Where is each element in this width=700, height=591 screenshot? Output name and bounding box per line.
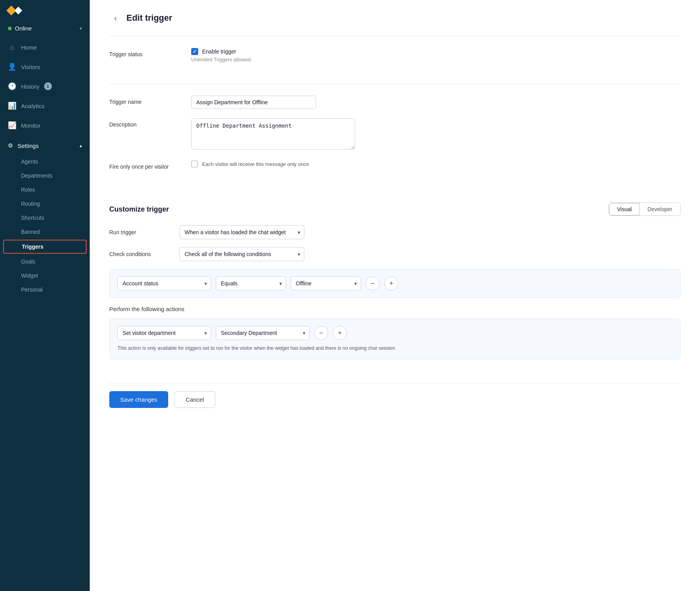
sidebar-item-personal[interactable]: Personal — [0, 283, 90, 297]
remove-action-button[interactable]: − — [314, 326, 328, 340]
sidebar-item-agents[interactable]: Agents — [0, 155, 90, 169]
sidebar-item-visitors[interactable]: 👤 Visitors — [0, 57, 90, 77]
sidebar-item-shortcuts[interactable]: Shortcuts — [0, 211, 90, 225]
sidebar-item-departments[interactable]: Departments — [0, 169, 90, 183]
sidebar-item-goals[interactable]: Goals — [0, 255, 90, 269]
condition-operator-wrapper: Equals — [216, 276, 286, 290]
action-value-select[interactable]: Secondary Department — [216, 326, 309, 340]
check-conditions-label: Check conditions — [109, 251, 172, 257]
action-row-wrapper: Set visitor department Secondary Departm… — [109, 319, 680, 360]
enable-trigger-row: Enable trigger — [191, 48, 680, 55]
enable-trigger-checkbox[interactable] — [191, 48, 198, 55]
check-conditions-row: Check conditions Check all of the follow… — [109, 247, 680, 261]
sidebar-item-widget[interactable]: Widget — [0, 269, 90, 283]
developer-toggle-button[interactable]: Developer — [640, 203, 680, 215]
actions-label: Perform the following actions — [109, 306, 680, 312]
sidebar-item-banned[interactable]: Banned — [0, 225, 90, 239]
fire-once-label: Fire only once per visitor — [109, 160, 179, 170]
visual-toggle-button[interactable]: Visual — [609, 203, 640, 215]
check-conditions-select[interactable]: Check all of the following conditions — [179, 247, 304, 261]
home-icon: ⌂ — [8, 43, 16, 52]
action-type-wrapper: Set visitor department — [117, 326, 211, 340]
customize-trigger-section: Customize trigger Visual Developer Run t… — [109, 191, 680, 371]
trigger-name-row: Trigger name — [109, 96, 680, 109]
add-condition-button[interactable]: + — [384, 276, 398, 290]
trigger-name-control — [191, 96, 680, 109]
customize-title: Customize trigger — [109, 205, 169, 214]
action-type-select[interactable]: Set visitor department — [117, 326, 211, 340]
cancel-button[interactable]: Cancel — [174, 391, 215, 408]
monitor-icon: 📈 — [8, 121, 16, 130]
logo-white-diamond — [14, 7, 22, 14]
trigger-status-section: Trigger status Enable trigger Unlimited … — [109, 36, 680, 84]
condition-field-wrapper: Account status — [117, 276, 211, 290]
analytics-icon: 📊 — [8, 101, 16, 110]
condition-field-select[interactable]: Account status — [117, 276, 211, 290]
sidebar-item-label: History — [21, 83, 39, 90]
fire-once-note: Each visitor will receive this message o… — [202, 161, 309, 167]
sidebar-item-label: Monitor — [21, 122, 41, 129]
condition-value-select[interactable]: Offline — [291, 276, 361, 290]
status-selector[interactable]: Online ▾ — [0, 21, 90, 38]
customize-header: Customize trigger Visual Developer — [109, 203, 680, 216]
run-trigger-select-wrapper: When a visitor has loaded the chat widge… — [179, 225, 304, 239]
fire-once-row: Fire only once per visitor Each visitor … — [109, 160, 680, 170]
description-row: Description Offline Department Assignmen… — [109, 118, 680, 151]
settings-icon: ⚙ — [8, 142, 13, 149]
sidebar-item-label: Visitors — [21, 64, 40, 70]
save-button[interactable]: Save changes — [109, 391, 168, 408]
action-buttons: Save changes Cancel — [109, 383, 680, 408]
condition-row-wrapper: Account status Equals Offline − + — [109, 269, 680, 298]
chevron-up-icon: ▴ — [80, 143, 82, 148]
sidebar: Online ▾ ⌂ Home 👤 Visitors 🕐 History 1 📊… — [0, 0, 90, 591]
status-dot — [8, 27, 12, 30]
sidebar-item-label: Analytics — [21, 103, 44, 109]
sidebar-item-analytics[interactable]: 📊 Analytics — [0, 96, 90, 116]
view-toggle: Visual Developer — [609, 203, 680, 216]
run-trigger-label: Run trigger — [109, 229, 172, 235]
description-control: Offline Department Assignment — [191, 118, 680, 151]
history-icon: 🕐 — [8, 82, 16, 91]
enable-trigger-label: Enable trigger — [202, 48, 236, 55]
main-nav: ⌂ Home 👤 Visitors 🕐 History 1 📊 Analytic… — [0, 38, 90, 135]
action-row: Set visitor department Secondary Departm… — [117, 326, 672, 340]
trigger-status-label: Trigger status — [109, 48, 179, 57]
run-trigger-row: Run trigger When a visitor has loaded th… — [109, 225, 680, 239]
sidebar-item-triggers[interactable]: Triggers — [3, 240, 87, 254]
settings-section: ⚙ Settings ▴ Agents Departments Roles Ro… — [0, 137, 90, 297]
fire-once-control: Each visitor will receive this message o… — [191, 160, 680, 167]
sidebar-item-home[interactable]: ⌂ Home — [0, 38, 90, 57]
action-note: This action is only available for trigge… — [117, 345, 672, 352]
condition-operator-select[interactable]: Equals — [216, 276, 286, 290]
add-action-button[interactable]: + — [333, 326, 347, 340]
trigger-note: Unlimited Triggers allowed. — [191, 57, 680, 62]
trigger-name-section: Trigger name Description Offline Departm… — [109, 84, 680, 191]
back-button[interactable]: ‹ — [109, 12, 122, 24]
sidebar-item-label: Home — [21, 44, 37, 51]
trigger-name-input[interactable] — [191, 96, 316, 109]
settings-header[interactable]: ⚙ Settings ▴ — [0, 137, 90, 155]
history-badge: 1 — [44, 82, 52, 90]
check-conditions-select-wrapper: Check all of the following conditions — [179, 247, 304, 261]
description-label: Description — [109, 118, 179, 128]
settings-label: Settings — [18, 142, 39, 149]
fire-once-checkbox[interactable] — [191, 160, 198, 167]
sidebar-item-history[interactable]: 🕐 History 1 — [0, 77, 90, 96]
fire-once-checkbox-row: Each visitor will receive this message o… — [191, 160, 680, 167]
main-content: ‹ Edit trigger Trigger status Enable tri… — [90, 0, 700, 591]
logo — [0, 0, 90, 21]
run-trigger-select[interactable]: When a visitor has loaded the chat widge… — [179, 225, 304, 239]
sidebar-item-roles[interactable]: Roles — [0, 183, 90, 197]
settings-sub-menu: Agents Departments Roles Routing Shortcu… — [0, 155, 90, 297]
sidebar-item-routing[interactable]: Routing — [0, 197, 90, 211]
chevron-down-icon: ▾ — [80, 26, 82, 31]
status-label: Online — [15, 25, 32, 32]
visitors-icon: 👤 — [8, 62, 16, 71]
trigger-status-row: Trigger status Enable trigger Unlimited … — [109, 48, 680, 62]
description-input[interactable]: Offline Department Assignment — [191, 118, 355, 150]
page-header: ‹ Edit trigger — [109, 12, 680, 24]
trigger-name-label: Trigger name — [109, 96, 179, 105]
sidebar-item-monitor[interactable]: 📈 Monitor — [0, 116, 90, 135]
condition-value-wrapper: Offline — [291, 276, 361, 290]
remove-condition-button[interactable]: − — [366, 276, 380, 290]
